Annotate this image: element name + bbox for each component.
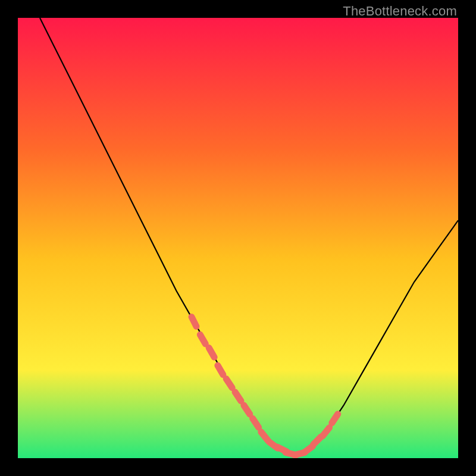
watermark-text: TheBottleneck.com xyxy=(343,4,457,19)
marker-dash xyxy=(209,348,214,358)
marker-dash xyxy=(218,365,223,375)
chart-frame xyxy=(18,18,458,458)
marker-dash xyxy=(200,334,205,344)
chart-svg xyxy=(18,18,458,458)
marker-dash xyxy=(192,317,196,327)
